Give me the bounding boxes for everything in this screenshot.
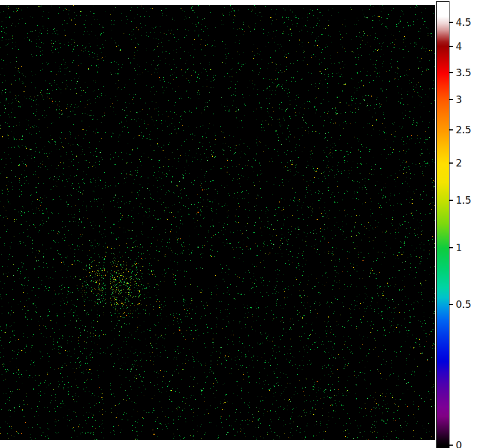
colorbar-tick <box>449 445 453 446</box>
colorbar-tick-label: 3 <box>456 94 490 105</box>
colorbar-tick-label: 1 <box>456 242 490 253</box>
colorbar-tick-label: 2.5 <box>456 124 490 136</box>
figure-root: 4.543.532.521.510.50 <box>0 0 497 448</box>
colorbar-tick <box>449 46 453 47</box>
colorbar-gradient <box>437 2 449 447</box>
colorbar-tick-label: 4 <box>456 41 490 52</box>
colorbar-tick <box>449 72 453 73</box>
colorbar-tick-label: 2 <box>456 157 490 169</box>
colorbar-tick-label: 1.5 <box>456 195 490 206</box>
colorbar-tick <box>449 304 453 305</box>
colorbar-tick <box>449 99 453 100</box>
colorbar-tick <box>449 22 453 23</box>
colorbar-tick-label: 3.5 <box>456 67 490 78</box>
colorbar-tick-label: 4.5 <box>456 17 490 28</box>
photon-count-image <box>0 5 435 440</box>
colorbar-tick <box>449 247 453 248</box>
colorbar-tick <box>449 129 453 130</box>
colorbar <box>436 1 449 448</box>
colorbar-tick-label: 0 <box>456 439 490 448</box>
colorbar-tick <box>449 162 453 164</box>
colorbar-tick <box>449 200 453 201</box>
colorbar-tick-label: 0.5 <box>456 299 490 310</box>
